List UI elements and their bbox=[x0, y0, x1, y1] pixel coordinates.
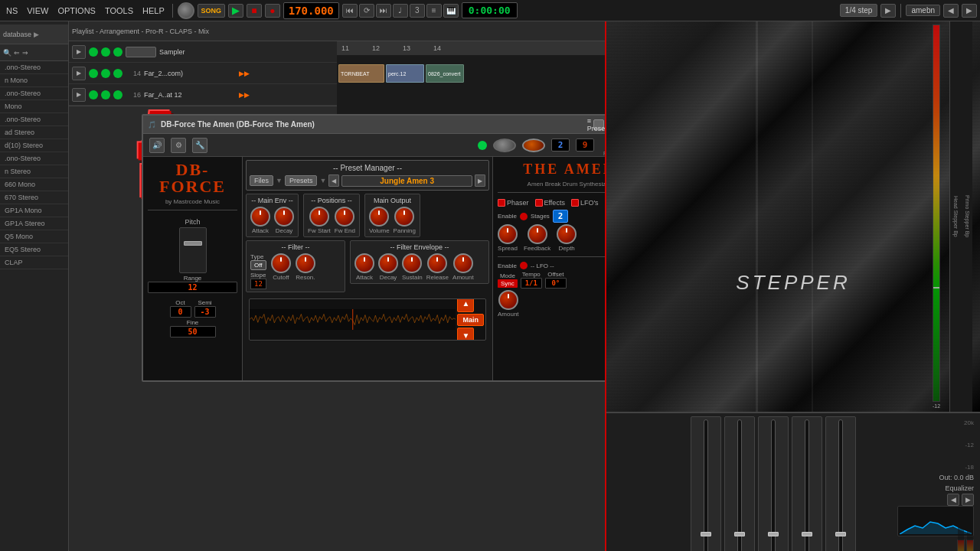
sidebar-search-icon[interactable]: 🔍 bbox=[3, 49, 11, 57]
waveform-down-btn[interactable]: ▼ bbox=[457, 328, 474, 341]
arrangement-block-tornbeat[interactable]: TORNBEAT bbox=[338, 64, 384, 83]
lfo-amount-knob[interactable] bbox=[498, 290, 518, 310]
fader-track-3[interactable] bbox=[771, 419, 776, 551]
attack-knob[interactable] bbox=[250, 207, 270, 227]
phaser-checkbox[interactable]: Phaser bbox=[498, 199, 529, 207]
eq-btn-2[interactable]: ▶ bbox=[962, 494, 974, 506]
track3-led-1[interactable] bbox=[101, 90, 110, 99]
waveform-main-btn[interactable]: Main bbox=[457, 314, 484, 326]
waveform-up-btn[interactable]: ▲ bbox=[457, 298, 474, 312]
presets-btn[interactable]: Presets bbox=[285, 175, 318, 186]
eq-btn-1[interactable]: ◀ bbox=[947, 494, 959, 506]
piano-icon[interactable]: 🎹 bbox=[443, 4, 459, 18]
fw-end-knob[interactable] bbox=[335, 207, 354, 227]
lfo-params-row: Mode Sync Tempo 1/1 Offset 0° bbox=[498, 271, 605, 289]
preset-prev-btn[interactable]: ◀ bbox=[943, 4, 959, 18]
fenv-release-knob[interactable] bbox=[427, 253, 447, 273]
panning-knob[interactable] bbox=[394, 207, 414, 227]
pm-next-btn[interactable]: ▶ bbox=[475, 174, 485, 187]
fenv-sustain-knob[interactable] bbox=[402, 253, 422, 273]
track-arrow-icon[interactable]: ▶ bbox=[72, 45, 86, 59]
cutoff-knob[interactable] bbox=[271, 253, 291, 273]
menu-help[interactable]: HELP bbox=[139, 5, 168, 17]
loop-icon[interactable]: ⟳ bbox=[359, 4, 374, 18]
enable2-led[interactable] bbox=[520, 262, 528, 269]
menu-tools[interactable]: TOOLS bbox=[102, 5, 136, 17]
mixer-icon[interactable]: ≡ bbox=[426, 4, 442, 18]
fader-thumb-1[interactable] bbox=[701, 532, 711, 536]
mixer-area: Делаем Drum And Bass ▶ Sampler ▶ bbox=[69, 41, 605, 551]
fader-track-1[interactable] bbox=[704, 419, 708, 551]
fenv-decay-knob[interactable] bbox=[378, 253, 398, 273]
fader-track-5[interactable] bbox=[838, 419, 843, 551]
positions-title: -- Positions -- bbox=[308, 197, 355, 204]
menu-view[interactable]: VIEW bbox=[24, 5, 51, 17]
plugin-on-led[interactable] bbox=[478, 141, 487, 150]
step-arrow-icon[interactable]: ▶ bbox=[880, 4, 896, 18]
sidebar-expand-icon[interactable]: ▶ bbox=[34, 31, 39, 38]
fw-start-knob[interactable] bbox=[309, 207, 329, 227]
track2-arrow-icon[interactable]: ▶ bbox=[72, 67, 86, 80]
plugin-speaker-icon[interactable]: 🔊 bbox=[149, 138, 165, 153]
preset-next-btn[interactable]: ▶ bbox=[962, 4, 977, 18]
effects-checkbox[interactable]: Effects bbox=[535, 199, 565, 207]
plugin-pan-knob[interactable] bbox=[493, 139, 516, 152]
track3-led-2[interactable] bbox=[113, 90, 122, 99]
range-val-display: 12 bbox=[148, 282, 237, 293]
fader-thumb-3[interactable] bbox=[768, 532, 779, 536]
fader-thumb-4[interactable] bbox=[802, 532, 812, 536]
feedback-knob[interactable] bbox=[528, 224, 547, 244]
stop-button[interactable]: ■ bbox=[247, 4, 262, 18]
track3-led-0[interactable] bbox=[89, 90, 98, 99]
depth-knob[interactable] bbox=[557, 224, 577, 244]
files-btn[interactable]: Files bbox=[250, 175, 273, 186]
filter-row: -- Filter -- Type Off Slope 12 bbox=[246, 240, 489, 292]
plugin-settings-icon[interactable]: ⚙ bbox=[171, 138, 186, 153]
record-button[interactable]: ● bbox=[265, 4, 280, 18]
step-size-display[interactable]: 1/4 step bbox=[840, 4, 878, 17]
track-led-1[interactable] bbox=[101, 47, 110, 57]
plugin-vol-knob[interactable] bbox=[522, 139, 545, 152]
plugin-wrench-icon[interactable]: 🔧 bbox=[192, 138, 207, 153]
track2-led-0[interactable] bbox=[89, 69, 98, 78]
reson-knob[interactable] bbox=[296, 253, 315, 273]
track-led-2[interactable] bbox=[113, 47, 122, 57]
lfo-checkbox[interactable]: LFO's bbox=[571, 199, 599, 207]
pitch-slider[interactable] bbox=[179, 227, 207, 273]
tempo-display[interactable]: 170.000 bbox=[283, 2, 339, 19]
arrangement-block-perc[interactable]: perc.12 bbox=[386, 64, 424, 83]
track-led-0[interactable] bbox=[89, 47, 98, 57]
volume-knob[interactable] bbox=[369, 207, 389, 227]
fader-thumb-5[interactable] bbox=[835, 532, 846, 536]
filter-off-btn[interactable]: Off bbox=[250, 260, 266, 270]
metronome-icon[interactable]: ♩ bbox=[393, 4, 408, 18]
spread-knob[interactable] bbox=[498, 224, 518, 244]
count-icon[interactable]: 3 bbox=[410, 4, 425, 18]
plugin-presets-btn[interactable]: ≡ Presets bbox=[593, 119, 604, 130]
enable-led[interactable] bbox=[520, 213, 528, 220]
arrangement-block-0826[interactable]: 0826_convert bbox=[426, 64, 464, 83]
fader-thumb-2[interactable] bbox=[734, 532, 745, 536]
menu-options[interactable]: OPTIONS bbox=[54, 5, 99, 17]
track2-led-1[interactable] bbox=[101, 69, 110, 78]
decay-knob[interactable] bbox=[274, 207, 294, 227]
track-volume-slider[interactable] bbox=[126, 47, 156, 57]
rewind-icon[interactable]: ⏮ bbox=[342, 4, 358, 18]
track3-arrow-icon[interactable]: ▶ bbox=[72, 88, 86, 102]
sync-btn[interactable]: Sync bbox=[498, 279, 518, 288]
track2-led-2[interactable] bbox=[113, 69, 122, 78]
fenv-amount-knob[interactable] bbox=[453, 253, 473, 273]
sidebar-nav-icon[interactable]: ⇐ bbox=[14, 49, 20, 57]
effects-checkbox-icon bbox=[535, 199, 543, 207]
mixer-strip-5 bbox=[825, 416, 856, 551]
fenv-attack-knob[interactable] bbox=[354, 253, 374, 273]
sidebar-nav2-icon[interactable]: ⇒ bbox=[22, 49, 28, 57]
fader-track-2[interactable] bbox=[737, 419, 742, 551]
play-button[interactable]: ▶ bbox=[228, 4, 243, 18]
ff-icon[interactable]: ⏭ bbox=[376, 4, 391, 18]
song-button[interactable]: SONG bbox=[198, 4, 225, 18]
pm-prev-btn[interactable]: ◀ bbox=[328, 174, 339, 187]
menu-ns[interactable]: NS bbox=[3, 5, 21, 17]
fader-track-4[interactable] bbox=[805, 419, 809, 551]
db-value-label: -12 bbox=[933, 403, 940, 409]
